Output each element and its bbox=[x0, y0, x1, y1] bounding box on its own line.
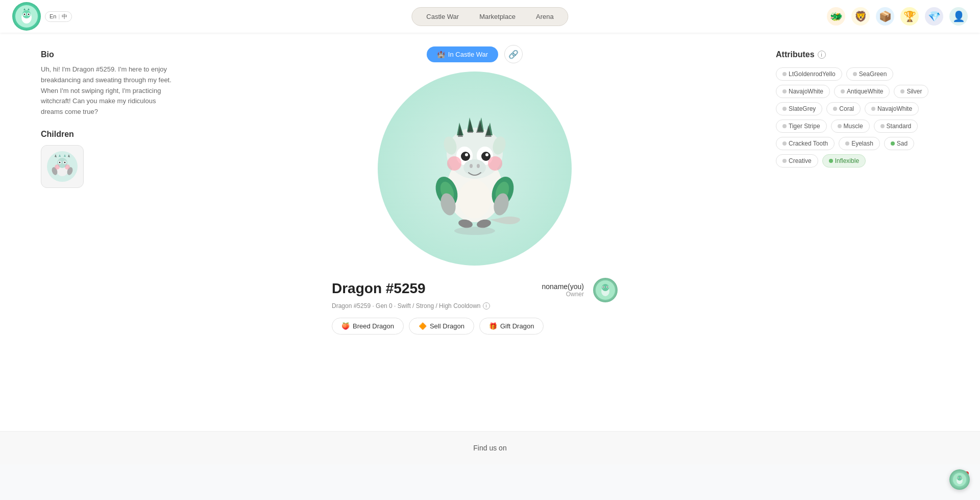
svg-point-15 bbox=[64, 161, 66, 163]
svg-point-39 bbox=[481, 152, 491, 161]
floating-action-button[interactable] bbox=[949, 469, 970, 490]
center-panel: 🏰 In Castle War 🔗 bbox=[194, 45, 755, 419]
svg-point-22 bbox=[55, 164, 60, 170]
owner-label: Owner bbox=[542, 291, 584, 298]
dragon-image bbox=[408, 97, 541, 240]
svg-point-42 bbox=[463, 159, 486, 176]
svg-point-70 bbox=[961, 477, 962, 478]
dragon-name: Dragon #5259 bbox=[332, 280, 426, 297]
attr-tag-standard: Standard bbox=[874, 120, 918, 133]
attr-tag-slategrey: SlateGrey bbox=[776, 102, 822, 115]
owner-avatar[interactable] bbox=[593, 278, 618, 302]
attr-tag-navajowhite1: NavajoWhite bbox=[776, 85, 830, 98]
owner-name: noname(you) bbox=[542, 282, 584, 291]
nav-marketplace[interactable]: Marketplace bbox=[469, 10, 526, 23]
svg-point-62 bbox=[603, 287, 604, 288]
logo-icon[interactable] bbox=[12, 2, 41, 31]
attr-dot-green bbox=[829, 159, 833, 163]
attr-dot-green bbox=[891, 141, 895, 146]
sell-icon: 🔶 bbox=[419, 322, 427, 330]
breed-dragon-button[interactable]: 🍑 Breed Dragon bbox=[332, 318, 404, 335]
attributes-tags: LtGoldenrodYello SeaGreen NavajoWhite An… bbox=[776, 67, 939, 168]
dragon-info: Dragon #5259 noname(you) Owner bbox=[332, 278, 618, 335]
nav-icon-box[interactable]: 📦 bbox=[876, 7, 894, 26]
attr-tag-eyelash: Eyelash bbox=[839, 137, 880, 150]
attr-dot bbox=[782, 159, 787, 163]
attr-dot bbox=[853, 72, 857, 76]
children-title: Children bbox=[41, 130, 174, 139]
description-info-icon[interactable]: i bbox=[483, 302, 490, 309]
nav-icon-gem[interactable]: 💎 bbox=[925, 7, 943, 26]
nav-icon-user[interactable]: 👤 bbox=[949, 7, 968, 26]
attr-dot bbox=[833, 107, 837, 111]
right-panel: Attributes i LtGoldenrodYello SeaGreen N… bbox=[776, 45, 939, 419]
left-panel: Bio Uh, hi! I'm Dragon #5259. I'm here t… bbox=[41, 45, 174, 419]
lang-en[interactable]: En bbox=[50, 13, 56, 19]
attr-tag-muscle: Muscle bbox=[831, 120, 870, 133]
attr-tag-ltgoldenrod: LtGoldenrodYello bbox=[776, 67, 842, 81]
logo-area: En | 中 bbox=[12, 2, 72, 31]
attr-dot bbox=[782, 124, 787, 128]
svg-point-40 bbox=[465, 153, 468, 156]
nav-icon-trophy[interactable]: 🏆 bbox=[900, 7, 919, 26]
svg-point-46 bbox=[488, 156, 502, 171]
attr-tag-silver: Silver bbox=[894, 85, 928, 98]
svg-point-56 bbox=[454, 227, 495, 235]
share-icon: 🔗 bbox=[508, 50, 519, 59]
dragon-name-row: Dragon #5259 noname(you) Owner bbox=[332, 278, 618, 302]
gift-dragon-button[interactable]: 🎁 Gift Dragon bbox=[479, 318, 544, 335]
attr-dot bbox=[871, 107, 875, 111]
svg-point-44 bbox=[477, 164, 480, 168]
lang-switcher[interactable]: En | 中 bbox=[45, 11, 72, 22]
child-dragon-card[interactable] bbox=[41, 145, 84, 188]
nav-icon-lion[interactable]: 🦁 bbox=[851, 7, 870, 26]
in-castle-war-button[interactable]: 🏰 In Castle War bbox=[427, 46, 498, 62]
share-button[interactable]: 🔗 bbox=[504, 45, 523, 63]
attr-tag-navajowhite2: NavajoWhite bbox=[865, 102, 919, 115]
attr-tag-creative: Creative bbox=[776, 154, 818, 168]
castle-icon: 🏰 bbox=[437, 51, 445, 58]
attr-tag-sad: Sad bbox=[884, 137, 914, 150]
svg-point-41 bbox=[485, 153, 488, 156]
nav-castle-war[interactable]: Castle War bbox=[416, 10, 469, 23]
bio-title: Bio bbox=[41, 50, 174, 59]
attributes-header: Attributes i bbox=[776, 50, 939, 59]
attr-dot bbox=[880, 124, 885, 128]
dragon-actions: 🍑 Breed Dragon 🔶 Sell Dragon 🎁 Gift Drag… bbox=[332, 318, 618, 335]
attr-dot bbox=[782, 107, 787, 111]
attr-tag-inflexible: Inflexible bbox=[822, 154, 866, 168]
nav-arena[interactable]: Arena bbox=[526, 10, 564, 23]
attr-tag-seagreen: SeaGreen bbox=[846, 67, 894, 81]
gift-icon: 🎁 bbox=[489, 322, 497, 330]
svg-point-38 bbox=[461, 152, 470, 161]
attr-tag-coral: Coral bbox=[826, 102, 861, 115]
breed-icon: 🍑 bbox=[341, 322, 350, 330]
action-bar: 🏰 In Castle War 🔗 bbox=[427, 45, 523, 63]
svg-point-53 bbox=[458, 180, 491, 219]
bio-text: Uh, hi! I'm Dragon #5259. I'm here to en… bbox=[41, 64, 174, 117]
dragon-description: Dragon #5259 · Gen 0 · Swift / Strong / … bbox=[332, 302, 618, 309]
lang-zh[interactable]: 中 bbox=[62, 13, 67, 20]
nav-icon-dragon[interactable]: 🐲 bbox=[827, 7, 845, 26]
svg-point-6 bbox=[28, 14, 30, 15]
nav-right-icons: 🐲 🦁 📦 🏆 💎 👤 bbox=[827, 7, 968, 26]
attributes-title: Attributes bbox=[776, 50, 815, 59]
attr-dot bbox=[782, 89, 787, 93]
footer-find-us: Find us on bbox=[41, 444, 939, 452]
attributes-info-icon[interactable]: i bbox=[818, 51, 826, 59]
main-content: Bio Uh, hi! I'm Dragon #5259. I'm here t… bbox=[0, 33, 980, 431]
attr-dot bbox=[900, 89, 904, 93]
svg-point-45 bbox=[447, 156, 461, 171]
attr-dot bbox=[841, 89, 845, 93]
svg-point-5 bbox=[24, 14, 26, 15]
header: En | 中 Castle War Marketplace Arena 🐲 🦁 … bbox=[0, 0, 980, 33]
svg-point-69 bbox=[958, 477, 959, 478]
attr-dot bbox=[838, 124, 842, 128]
sell-dragon-button[interactable]: 🔶 Sell Dragon bbox=[409, 318, 474, 335]
svg-point-43 bbox=[470, 164, 473, 168]
owner-area: noname(you) Owner bbox=[542, 278, 618, 302]
attr-tag-tiger-stripe: Tiger Stripe bbox=[776, 120, 827, 133]
attr-dot bbox=[782, 72, 787, 76]
attr-tag-antiquewhite: AntiqueWhite bbox=[834, 85, 890, 98]
attr-tag-cracked-tooth: Cracked Tooth bbox=[776, 137, 835, 150]
